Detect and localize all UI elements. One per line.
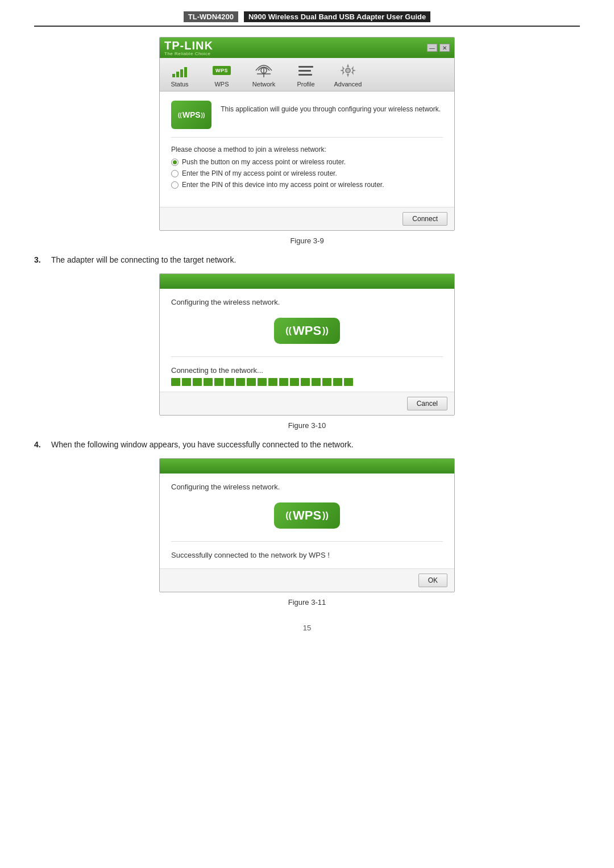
wps-info: This application will guide you through … [221,101,441,114]
signal-bar-1 [172,74,175,77]
progress-block [312,378,321,386]
toolbar-wps[interactable]: WPS WPS [208,61,236,88]
figure10-label: Figure 3-10 [34,421,580,430]
app-titlebar: TP-LINK The Reliable Choice — ✕ [160,38,454,58]
wps-large-wave-left: (( [285,326,292,336]
profile-label: Profile [297,81,314,88]
wps-option-2[interactable]: Enter the PIN of my access point or wire… [171,169,443,177]
dialog10-titlebar [160,274,454,289]
progress-block [301,378,310,386]
dialog11-titlebar [160,459,454,474]
svg-rect-5 [298,74,312,76]
wps-large-badge-10: (( WPS )) [274,318,339,344]
option-3-text: Enter the PIN of this device into my acc… [182,181,384,189]
dialog11-content: Configuring the wireless network. (( WPS… [160,474,454,568]
tagline: The Reliable Choice [164,51,211,56]
wps-badge-center-10: (( WPS )) [171,312,443,350]
tp-link-logo: TP-LINK The Reliable Choice [164,40,213,56]
wps-large-wave-right-11: )) [322,510,329,521]
model-number: TL-WDN4200 [184,11,238,22]
figure9-footer: Connect [160,207,454,230]
network-label: Network [252,81,275,88]
toolbar-profile[interactable]: Profile [292,61,320,88]
figure9-window: TP-LINK The Reliable Choice — ✕ Status [159,37,455,231]
progress-block [344,378,353,386]
status-icon [169,61,190,80]
progress-bar [171,378,443,386]
svg-rect-3 [298,66,313,68]
progress-block [171,378,180,386]
page-number: 15 [34,624,580,632]
radio-pin-device[interactable] [171,181,179,189]
progress-block [193,378,202,386]
figure11-label: Figure 3-11 [34,598,580,607]
wps-badge-center-11: (( WPS )) [171,497,443,534]
wps-options: Please choose a method to join a wireles… [171,146,443,198]
app-toolbar: Status WPS WPS Network [160,58,454,92]
document-title: N900 Wireless Dual Band USB Adapter User… [244,11,430,22]
radio-push-button[interactable] [171,159,179,166]
dialog10-content: Configuring the wireless network. (( WPS… [160,289,454,392]
progress-block [258,378,267,386]
cancel-button[interactable]: Cancel [407,397,447,410]
progress-block [247,378,256,386]
progress-block [333,378,342,386]
wps-option-3[interactable]: Enter the PIN of this device into my acc… [171,181,443,189]
wps-large-label-10: WPS [293,323,321,338]
page-header: TL-WDN4200 N900 Wireless Dual Band USB A… [34,11,580,27]
toolbar-advanced[interactable]: Advanced [334,61,362,88]
brand-name: TP-LINK [164,40,213,51]
progress-block [279,378,288,386]
ok-button[interactable]: OK [418,574,447,587]
wps-large-wave-left-11: (( [285,510,292,521]
step3-number: 3. [34,255,45,264]
network-svg-icon [255,63,273,78]
advanced-svg-icon [338,61,358,80]
svg-rect-4 [298,70,311,72]
wps-toolbar-icon: WPS [211,61,233,80]
figure11-window: Configuring the wireless network. (( WPS… [159,458,455,592]
signal-bar-4 [184,67,187,77]
svg-point-7 [346,69,350,72]
progress-block [322,378,331,386]
wps-header-section: (( WPS )) This application will guide yo… [171,101,443,138]
wps-badge-label: WPS [182,110,201,119]
minimize-button[interactable]: — [427,44,437,52]
option-2-text: Enter the PIN of my access point or wire… [182,169,337,177]
dialog11-top-section: Configuring the wireless network. (( WPS… [171,483,443,542]
status-label: Status [171,81,188,88]
progress-block [204,378,213,386]
signal-bars-icon [172,64,187,77]
progress-block [225,378,234,386]
wps-icon-box: WPS [213,66,231,75]
options-title: Please choose a method to join a wireles… [171,146,443,153]
dialog10-top-section: Configuring the wireless network. (( WPS… [171,298,443,357]
figure11-footer: OK [160,568,454,592]
wps-label: WPS [214,81,229,88]
wps-option-1[interactable]: Push the button on my access point or wi… [171,158,443,166]
radio-pin-ap[interactable] [171,170,179,177]
figure10-window: Configuring the wireless network. (( WPS… [159,273,455,416]
network-icon [253,61,275,80]
progress-block [182,378,191,386]
progress-block [236,378,245,386]
configuring-text-11: Configuring the wireless network. [171,483,443,491]
progress-block [214,378,223,386]
toolbar-status[interactable]: Status [165,61,194,88]
signal-bar-2 [176,72,179,77]
step3-text: The adapter will be connecting to the ta… [51,255,236,264]
wps-content: (( WPS )) This application will guide yo… [160,92,454,207]
figure10-footer: Cancel [160,392,454,415]
step4-item: 4. When the following window appears, yo… [34,440,580,449]
wps-large-wave-right: )) [322,326,329,336]
wps-wave-right: )) [201,112,205,118]
toolbar-network[interactable]: Network [250,61,278,88]
close-button[interactable]: ✕ [439,44,450,52]
advanced-label: Advanced [334,81,362,88]
option-1-text: Push the button on my access point or wi… [182,158,346,166]
wps-wave-left: (( [178,112,182,118]
figure9-label: Figure 3-9 [34,236,580,245]
connect-button[interactable]: Connect [403,212,447,226]
progress-block [268,378,277,386]
advanced-icon [337,61,359,80]
